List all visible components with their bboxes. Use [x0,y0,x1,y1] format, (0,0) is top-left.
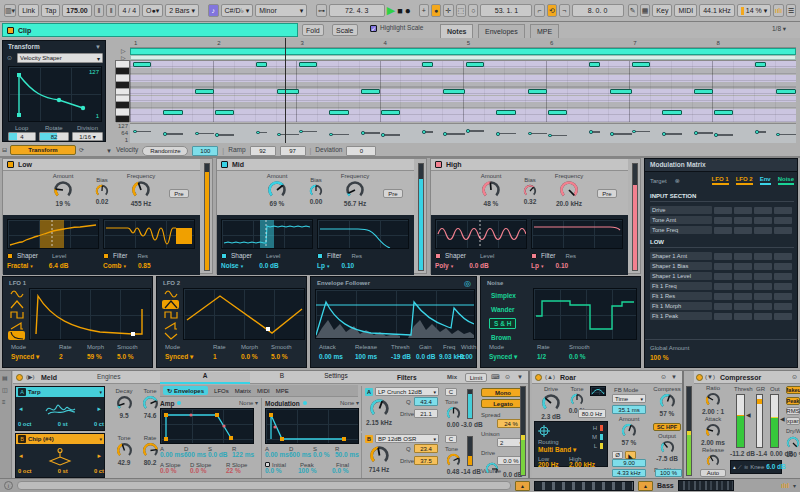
meld-keyboard-icon[interactable]: ⌨ [491,374,500,380]
quantization-menu[interactable]: 2 Bars ▾ [165,4,199,17]
engine-a-ct-field[interactable]: 0 ct [94,421,104,427]
engine-b-ct-field[interactable]: 0 ct [94,468,104,474]
activity-icon[interactable]: ≋ [744,464,749,470]
engine-b-st-field[interactable]: 0 st [58,468,68,474]
matrix-column-lfo2[interactable]: LFO 2 [736,176,753,185]
matrix-cell[interactable] [734,313,752,320]
knee-field[interactable]: 6.0 dB [766,464,786,471]
amp-decay-field[interactable]: 600 ms [184,452,208,459]
mod-route-menu[interactable]: None ▾ [340,400,359,406]
matrix-cell[interactable] [714,273,732,280]
midi-note[interactable] [422,62,433,67]
roar-drive-knob[interactable] [541,393,561,413]
matrix-cell[interactable] [734,273,752,280]
roar-fold-icon[interactable]: (▲) [545,374,555,380]
clip-title-bar[interactable]: Clip [2,23,298,37]
high-shaper-display[interactable] [435,219,527,249]
punch-out-icon[interactable]: ¬ [559,4,569,17]
mod-sustain-field[interactable]: 0.0 % [313,452,335,459]
low-shaper-enable[interactable] [7,253,13,259]
subtab-lfos[interactable]: LFOs [214,388,229,394]
high-bias-knob[interactable] [523,184,537,198]
lfo-shape-sine-icon[interactable] [8,289,25,298]
subtab-midi[interactable]: MIDI [257,388,270,394]
velocity-marker[interactable] [662,132,666,136]
roar-save-icon[interactable]: ▼ [671,374,677,380]
velocity-marker[interactable] [776,133,780,137]
transform-header[interactable]: Transform [8,44,40,51]
midi-note[interactable] [548,110,567,115]
meld-volume-knob[interactable] [485,462,499,476]
midi-note[interactable] [755,62,766,67]
preset-cycle-icon[interactable]: ⊙ [7,55,12,61]
mid-bias-knob[interactable] [309,184,323,198]
draw-mode-icon[interactable]: ✎ [628,4,638,17]
matrix-cell[interactable] [774,283,792,290]
matrix-cell[interactable] [734,207,752,214]
velocity-marker[interactable] [496,132,500,136]
roar-tone-freq-field[interactable]: 80.0 Hz [578,409,606,418]
mid-shaper-display[interactable] [221,219,313,249]
roar-output-knob[interactable] [660,440,675,455]
engine-a-tone-knob[interactable] [142,395,159,412]
mod-decay-field[interactable]: 600 ms [289,452,313,459]
fb-envelope-button[interactable]: ◣ [625,451,636,459]
track-chooser-icon[interactable]: ▾ [793,483,796,489]
fb-invert-button[interactable]: Ø [612,451,623,459]
lfo2-mode-menu[interactable]: Synced ▾ [165,354,193,361]
division-menu[interactable]: 1/16 ▾ [72,132,103,141]
refresh-icon[interactable]: ⟳ [79,147,84,153]
velocity-marker[interactable] [755,130,759,134]
piano-key[interactable] [116,89,129,96]
compressor-title-bar[interactable]: (▼) Compressor ⊙ [694,371,800,384]
matrix-cell[interactable] [774,293,792,300]
lfo2-rate-field[interactable]: 1 [213,354,217,361]
lfo-shape-sine-icon[interactable] [162,289,179,298]
low-shaper-display[interactable] [7,219,99,249]
tab-notes[interactable]: Notes [440,24,473,38]
meld-save-icon[interactable]: ▼ [517,374,523,380]
filter-b-badge[interactable]: B [365,435,373,443]
matrix-cell[interactable] [754,217,772,224]
stop-button[interactable]: ■ [397,6,402,16]
mid-pre-button[interactable]: Pre [383,189,403,198]
track-name[interactable]: Bass [657,482,674,489]
routing-crosshair-icon[interactable] [538,425,550,437]
velocity-lane-label[interactable]: Velocity [116,147,138,154]
device-chain-overview[interactable] [534,481,634,491]
matrix-cell[interactable] [774,263,792,270]
randomize-button[interactable]: Randomize [142,146,188,156]
engine-b-rate-knob[interactable] [142,442,159,459]
matrix-cell[interactable] [754,313,772,320]
engine-a-header[interactable]: A Tarp▾ [16,387,104,397]
tap-tempo-button[interactable]: Tap [41,4,60,17]
nudge-down-icon[interactable]: ‖ [94,4,104,17]
midi-note[interactable] [256,62,267,67]
subtab-matrix[interactable]: Matrix [235,388,251,394]
matrix-cell[interactable] [714,227,732,234]
routing-mode-menu[interactable]: Multi Band ▾ [538,447,576,454]
velocity-marker[interactable] [329,133,333,137]
loop-button[interactable]: ⟲ [547,4,557,17]
rms-button[interactable]: RMS [786,407,800,415]
velocity-marker[interactable] [443,132,447,136]
deviation-field[interactable]: 0 [346,146,376,156]
meld-power-button[interactable] [16,374,23,381]
threshold-handle[interactable]: ◀ [746,411,751,418]
matrix-cell[interactable] [754,273,772,280]
matrix-cell[interactable] [714,263,732,270]
pan-b-field[interactable]: C [445,435,457,443]
tempo-field[interactable]: 175.00 [62,4,91,17]
matrix-column-noise[interactable]: Noise [778,176,794,185]
mid-filter-type-menu[interactable]: Lp [317,263,325,270]
high-filter-enable[interactable] [531,253,537,259]
velocity-marker[interactable] [361,131,365,135]
matrix-cell[interactable] [734,303,752,310]
low-filter-display[interactable] [103,219,195,249]
mod-initial-field[interactable]: 0.0 % [265,468,298,475]
high-pre-button[interactable]: Pre [597,189,617,198]
midi-note[interactable] [589,62,600,67]
high-amount-knob[interactable] [481,180,501,200]
matrix-cell[interactable] [754,207,772,214]
matrix-cell[interactable] [754,253,772,260]
